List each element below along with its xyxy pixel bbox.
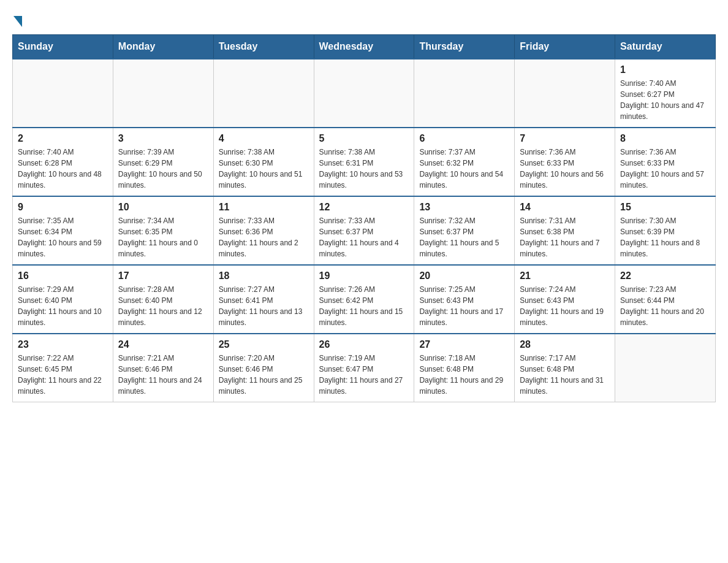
calendar-cell: 12Sunrise: 7:33 AMSunset: 6:37 PMDayligh… (314, 196, 414, 265)
day-number: 24 (118, 339, 208, 350)
day-info: Sunrise: 7:24 AMSunset: 6:43 PMDaylight:… (520, 284, 610, 328)
day-info: Sunrise: 7:36 AMSunset: 6:33 PMDaylight:… (520, 147, 610, 191)
calendar-cell: 2Sunrise: 7:40 AMSunset: 6:28 PMDaylight… (13, 128, 113, 196)
logo (12, 12, 22, 25)
day-number: 12 (319, 202, 409, 213)
day-number: 13 (419, 202, 509, 213)
calendar-week-row: 23Sunrise: 7:22 AMSunset: 6:45 PMDayligh… (13, 334, 716, 402)
calendar-week-row: 1Sunrise: 7:40 AMSunset: 6:27 PMDaylight… (13, 59, 716, 128)
day-info: Sunrise: 7:33 AMSunset: 6:36 PMDaylight:… (219, 215, 309, 259)
day-info: Sunrise: 7:32 AMSunset: 6:37 PMDaylight:… (419, 215, 509, 259)
calendar-cell (314, 59, 414, 128)
day-number: 19 (319, 270, 409, 282)
day-info: Sunrise: 7:35 AMSunset: 6:34 PMDaylight:… (18, 215, 108, 259)
day-info: Sunrise: 7:34 AMSunset: 6:35 PMDaylight:… (118, 215, 208, 259)
day-number: 1 (620, 64, 710, 75)
day-number: 18 (219, 270, 309, 282)
calendar-cell: 26Sunrise: 7:19 AMSunset: 6:47 PMDayligh… (314, 334, 414, 402)
calendar-cell: 5Sunrise: 7:38 AMSunset: 6:31 PMDaylight… (314, 128, 414, 196)
calendar-cell: 11Sunrise: 7:33 AMSunset: 6:36 PMDayligh… (213, 196, 314, 265)
calendar-week-row: 9Sunrise: 7:35 AMSunset: 6:34 PMDaylight… (13, 196, 716, 265)
day-number: 23 (18, 339, 108, 350)
calendar-cell: 4Sunrise: 7:38 AMSunset: 6:30 PMDaylight… (213, 128, 314, 196)
day-info: Sunrise: 7:18 AMSunset: 6:48 PMDaylight:… (419, 353, 509, 397)
calendar-cell: 28Sunrise: 7:17 AMSunset: 6:48 PMDayligh… (515, 334, 615, 402)
calendar-cell: 25Sunrise: 7:20 AMSunset: 6:46 PMDayligh… (213, 334, 314, 402)
day-info: Sunrise: 7:28 AMSunset: 6:40 PMDaylight:… (118, 284, 208, 328)
day-number: 28 (520, 339, 610, 350)
day-info: Sunrise: 7:33 AMSunset: 6:37 PMDaylight:… (319, 215, 409, 259)
calendar-header-saturday: Saturday (615, 35, 716, 59)
day-number: 27 (419, 339, 509, 350)
day-number: 26 (319, 339, 409, 350)
calendar-cell (213, 59, 314, 128)
calendar-cell (414, 59, 515, 128)
calendar-cell: 1Sunrise: 7:40 AMSunset: 6:27 PMDaylight… (615, 59, 716, 128)
day-info: Sunrise: 7:27 AMSunset: 6:41 PMDaylight:… (219, 284, 309, 328)
calendar-cell: 19Sunrise: 7:26 AMSunset: 6:42 PMDayligh… (314, 265, 414, 334)
day-number: 4 (219, 133, 309, 144)
day-number: 20 (419, 270, 509, 282)
day-info: Sunrise: 7:25 AMSunset: 6:43 PMDaylight:… (419, 284, 509, 328)
day-info: Sunrise: 7:38 AMSunset: 6:30 PMDaylight:… (219, 147, 309, 191)
day-info: Sunrise: 7:39 AMSunset: 6:29 PMDaylight:… (118, 147, 208, 191)
calendar-cell: 23Sunrise: 7:22 AMSunset: 6:45 PMDayligh… (13, 334, 113, 402)
calendar-week-row: 2Sunrise: 7:40 AMSunset: 6:28 PMDaylight… (13, 128, 716, 196)
day-number: 2 (18, 133, 108, 144)
day-info: Sunrise: 7:21 AMSunset: 6:46 PMDaylight:… (118, 353, 208, 397)
calendar-cell: 10Sunrise: 7:34 AMSunset: 6:35 PMDayligh… (113, 196, 213, 265)
calendar-cell: 24Sunrise: 7:21 AMSunset: 6:46 PMDayligh… (113, 334, 213, 402)
calendar-cell: 17Sunrise: 7:28 AMSunset: 6:40 PMDayligh… (113, 265, 213, 334)
day-number: 6 (419, 133, 509, 144)
day-number: 17 (118, 270, 208, 282)
day-info: Sunrise: 7:19 AMSunset: 6:47 PMDaylight:… (319, 353, 409, 397)
calendar-cell: 14Sunrise: 7:31 AMSunset: 6:38 PMDayligh… (515, 196, 615, 265)
day-info: Sunrise: 7:31 AMSunset: 6:38 PMDaylight:… (520, 215, 610, 259)
calendar-cell: 8Sunrise: 7:36 AMSunset: 6:33 PMDaylight… (615, 128, 716, 196)
day-info: Sunrise: 7:36 AMSunset: 6:33 PMDaylight:… (620, 147, 710, 191)
calendar-header-thursday: Thursday (414, 35, 515, 59)
day-number: 14 (520, 202, 610, 213)
day-info: Sunrise: 7:17 AMSunset: 6:48 PMDaylight:… (520, 353, 610, 397)
calendar-cell: 20Sunrise: 7:25 AMSunset: 6:43 PMDayligh… (414, 265, 515, 334)
logo-arrow-icon (13, 16, 22, 27)
calendar-cell (515, 59, 615, 128)
day-number: 16 (18, 270, 108, 282)
calendar-cell (615, 334, 716, 402)
calendar-cell: 27Sunrise: 7:18 AMSunset: 6:48 PMDayligh… (414, 334, 515, 402)
day-info: Sunrise: 7:38 AMSunset: 6:31 PMDaylight:… (319, 147, 409, 191)
day-info: Sunrise: 7:37 AMSunset: 6:32 PMDaylight:… (419, 147, 509, 191)
calendar-cell: 7Sunrise: 7:36 AMSunset: 6:33 PMDaylight… (515, 128, 615, 196)
calendar-cell (13, 59, 113, 128)
calendar-cell: 15Sunrise: 7:30 AMSunset: 6:39 PMDayligh… (615, 196, 716, 265)
day-number: 9 (18, 202, 108, 213)
day-info: Sunrise: 7:40 AMSunset: 6:28 PMDaylight:… (18, 147, 108, 191)
day-number: 11 (219, 202, 309, 213)
day-number: 3 (118, 133, 208, 144)
calendar-header-tuesday: Tuesday (213, 35, 314, 59)
calendar-table: SundayMondayTuesdayWednesdayThursdayFrid… (12, 34, 716, 402)
day-info: Sunrise: 7:22 AMSunset: 6:45 PMDaylight:… (18, 353, 108, 397)
calendar-cell: 6Sunrise: 7:37 AMSunset: 6:32 PMDaylight… (414, 128, 515, 196)
calendar-cell: 9Sunrise: 7:35 AMSunset: 6:34 PMDaylight… (13, 196, 113, 265)
day-info: Sunrise: 7:26 AMSunset: 6:42 PMDaylight:… (319, 284, 409, 328)
day-number: 8 (620, 133, 710, 144)
calendar-cell: 16Sunrise: 7:29 AMSunset: 6:40 PMDayligh… (13, 265, 113, 334)
day-number: 22 (620, 270, 710, 282)
calendar-cell (113, 59, 213, 128)
day-number: 25 (219, 339, 309, 350)
day-info: Sunrise: 7:23 AMSunset: 6:44 PMDaylight:… (620, 284, 710, 328)
calendar-cell: 22Sunrise: 7:23 AMSunset: 6:44 PMDayligh… (615, 265, 716, 334)
calendar-cell: 3Sunrise: 7:39 AMSunset: 6:29 PMDaylight… (113, 128, 213, 196)
calendar-cell: 21Sunrise: 7:24 AMSunset: 6:43 PMDayligh… (515, 265, 615, 334)
calendar-cell: 18Sunrise: 7:27 AMSunset: 6:41 PMDayligh… (213, 265, 314, 334)
calendar-header-wednesday: Wednesday (314, 35, 414, 59)
day-info: Sunrise: 7:40 AMSunset: 6:27 PMDaylight:… (620, 78, 710, 122)
day-number: 5 (319, 133, 409, 144)
day-number: 15 (620, 202, 710, 213)
calendar-cell: 13Sunrise: 7:32 AMSunset: 6:37 PMDayligh… (414, 196, 515, 265)
calendar-header-sunday: Sunday (13, 35, 113, 59)
calendar-header-row: SundayMondayTuesdayWednesdayThursdayFrid… (13, 35, 716, 59)
day-number: 21 (520, 270, 610, 282)
day-info: Sunrise: 7:30 AMSunset: 6:39 PMDaylight:… (620, 215, 710, 259)
